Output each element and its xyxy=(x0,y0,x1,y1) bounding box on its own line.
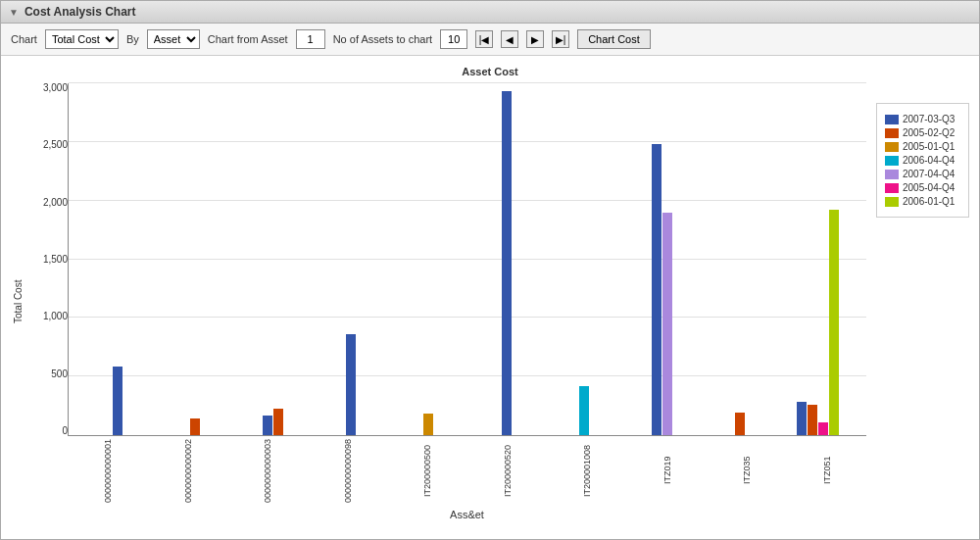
x-labels: 0000000000001000000000000200000000000030… xyxy=(30,436,866,505)
x-label: 0000000000003 xyxy=(227,436,308,505)
bar xyxy=(263,416,272,435)
y-tick: 3,000 xyxy=(43,83,68,93)
x-label: IT200000520 xyxy=(467,436,548,505)
bar-group xyxy=(78,83,156,435)
bar-group xyxy=(312,83,389,435)
chart-title: Asset Cost xyxy=(11,66,969,77)
bar xyxy=(113,367,122,435)
legend-item: 2007-04-Q4 xyxy=(885,169,960,179)
x-label: 0000000000098 xyxy=(308,436,388,505)
bars-area xyxy=(68,83,866,436)
bar xyxy=(273,409,283,435)
chart-select[interactable]: Total Cost xyxy=(45,29,119,49)
bar-group xyxy=(623,83,701,435)
x-label: ITZ019 xyxy=(627,436,708,505)
x-label: ITZ051 xyxy=(787,436,867,505)
y-tick: 1,500 xyxy=(43,255,68,265)
y-tick: 1,000 xyxy=(43,312,68,321)
chart-plot: 05001,0001,5002,0002,5003,000 xyxy=(30,83,866,436)
no-of-assets-label: No of Assets to chart xyxy=(333,33,433,45)
legend-item: 2005-04-Q4 xyxy=(885,182,960,193)
chart-container: Total Cost 05001,0001,5002,0002,5003,000… xyxy=(11,83,969,520)
bar xyxy=(502,91,512,435)
x-axis-title: Ass&et xyxy=(30,509,866,520)
by-select[interactable]: Asset xyxy=(147,29,200,49)
legend-swatch xyxy=(885,170,899,179)
y-tick: 2,000 xyxy=(43,198,68,208)
x-label: 0000000000002 xyxy=(148,436,228,505)
chart-cost-button[interactable]: Chart Cost xyxy=(577,29,651,49)
nav-prev-button[interactable]: ◀ xyxy=(501,30,518,48)
legend-label: 2007-04-Q4 xyxy=(903,169,955,179)
by-label: By xyxy=(126,33,139,45)
collapse-icon[interactable]: ▼ xyxy=(9,7,19,18)
legend-label: 2005-04-Q4 xyxy=(903,182,955,193)
bar-group xyxy=(545,83,622,435)
legend-item: 2007-03-Q3 xyxy=(885,114,960,124)
bar xyxy=(662,213,672,435)
legend-label: 2006-01-Q1 xyxy=(903,196,955,207)
legend-swatch xyxy=(885,183,899,193)
x-label: IT200001008 xyxy=(547,436,627,505)
legend-label: 2006-04-Q4 xyxy=(903,155,955,166)
bar-group xyxy=(234,83,312,435)
bar xyxy=(829,210,839,435)
legend: 2007-03-Q32005-02-Q22005-01-Q12006-04-Q4… xyxy=(876,103,969,218)
bar xyxy=(652,144,662,435)
x-label: 0000000000001 xyxy=(68,436,148,505)
bar-group xyxy=(779,83,857,435)
bar xyxy=(735,413,745,435)
y-ticks: 05001,0001,5002,0002,5003,000 xyxy=(30,83,68,436)
y-tick: 2,500 xyxy=(43,140,68,150)
chart-from-label: Chart from Asset xyxy=(208,33,288,45)
bar xyxy=(423,414,433,435)
chart-area: Asset Cost Total Cost 05001,0001,5002,00… xyxy=(1,56,979,530)
bar-groups xyxy=(69,83,866,435)
bar-group xyxy=(701,83,778,435)
bar-group xyxy=(156,83,233,435)
x-label: ITZ035 xyxy=(707,436,787,505)
legend-item: 2005-01-Q1 xyxy=(885,141,960,152)
bar xyxy=(579,386,589,435)
nav-first-button[interactable]: |◀ xyxy=(475,30,493,48)
legend-swatch xyxy=(885,142,899,152)
legend-item: 2006-04-Q4 xyxy=(885,155,960,166)
bar xyxy=(808,405,817,435)
bar xyxy=(797,402,807,435)
legend-item: 2005-02-Q2 xyxy=(885,127,960,138)
bar xyxy=(190,418,200,435)
legend-swatch xyxy=(885,156,899,166)
bar-group xyxy=(390,83,467,435)
legend-item: 2006-01-Q1 xyxy=(885,196,960,207)
bar xyxy=(346,334,356,435)
y-axis-label: Total Cost xyxy=(11,83,30,520)
nav-next-button[interactable]: ▶ xyxy=(526,30,544,48)
no-of-assets-input[interactable]: 10 xyxy=(440,29,467,49)
panel-title: Cost Analysis Chart xyxy=(24,5,136,19)
x-label: IT200000500 xyxy=(387,436,467,505)
cost-analysis-panel: ▼ Cost Analysis Chart Chart Total Cost B… xyxy=(0,0,980,540)
legend-swatch xyxy=(885,197,899,207)
chart-label: Chart xyxy=(11,33,37,45)
legend-label: 2007-03-Q3 xyxy=(903,114,955,124)
legend-swatch xyxy=(885,115,899,124)
legend-label: 2005-02-Q2 xyxy=(903,127,955,138)
chart-inner: 05001,0001,5002,0002,5003,000 0000000000… xyxy=(30,83,866,520)
toolbar: Chart Total Cost By Asset Chart from Ass… xyxy=(1,24,979,56)
nav-last-button[interactable]: ▶| xyxy=(552,30,569,48)
bar xyxy=(818,422,828,435)
chart-from-input[interactable]: 1 xyxy=(296,29,325,49)
legend-swatch xyxy=(885,128,899,138)
bar-group xyxy=(467,83,545,435)
legend-label: 2005-01-Q1 xyxy=(903,141,955,152)
y-tick: 500 xyxy=(51,369,68,379)
panel-header: ▼ Cost Analysis Chart xyxy=(1,1,979,24)
